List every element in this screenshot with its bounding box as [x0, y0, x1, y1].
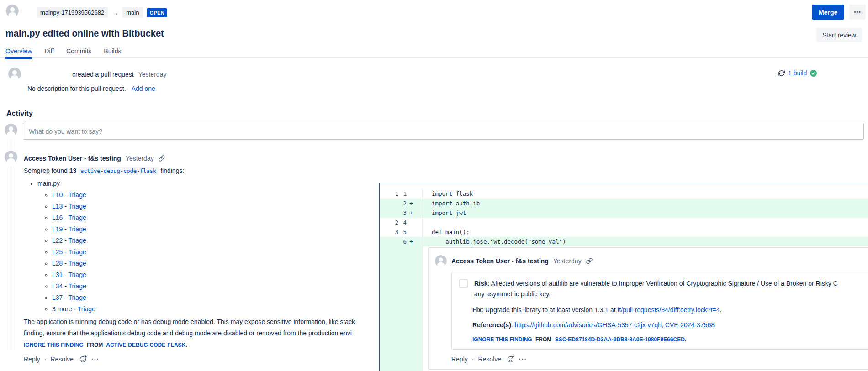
- comment-header: Access Token User - f&s testing Yesterda…: [24, 155, 165, 162]
- inline-comment-region: Access Token User - f&s testing Yesterda…: [380, 246, 868, 371]
- ignore-rule-link[interactable]: ACTIVE-DEBUG-CODE-FLASK: [106, 342, 185, 348]
- triage-link[interactable]: Triage: [69, 294, 86, 301]
- add-reaction-icon[interactable]: [507, 355, 514, 363]
- tab-diff[interactable]: Diff: [44, 47, 54, 59]
- resolve-button[interactable]: Resolve: [50, 355, 74, 363]
- risk-checkbox[interactable]: [459, 279, 468, 288]
- separator: -: [63, 191, 68, 199]
- ignore-id-link[interactable]: SSC-ED87184D-D3AA-9DB8-8A0E-1980F9E66CED: [555, 336, 685, 343]
- summary-suffix: findings:: [160, 167, 184, 174]
- references-label: Reference(s): [472, 321, 511, 329]
- triage-link[interactable]: Triage: [69, 191, 86, 199]
- permalink-icon[interactable]: [586, 258, 593, 264]
- event-action: created a pull request: [72, 71, 134, 78]
- no-description-text: No description for this pull request.: [27, 85, 126, 92]
- finding-item: L25 - Triage: [52, 249, 95, 255]
- add-description-link[interactable]: Add one: [132, 85, 155, 92]
- finding-line-ref[interactable]: L37: [52, 294, 63, 301]
- triage-link[interactable]: Triage: [69, 225, 86, 233]
- inline-comment-card: Access Token User - f&s testing Yesterda…: [428, 247, 868, 370]
- finding-item: L10 - Triage: [52, 192, 95, 198]
- comment-input[interactable]: [23, 123, 864, 140]
- start-review-button[interactable]: Start review: [816, 28, 862, 42]
- period: .: [720, 306, 722, 314]
- risk-text: Affected versions of authlib are vulnera…: [491, 280, 838, 287]
- risk-label: Risk: [474, 280, 488, 287]
- advisory-link[interactable]: https://github.com/advisories/GHSA-5357-…: [515, 321, 662, 329]
- separator: -: [63, 271, 68, 278]
- more-actions-button[interactable]: •••: [849, 5, 866, 20]
- finding-line-ref[interactable]: L34: [52, 282, 63, 290]
- comment-more-icon[interactable]: ⋯: [519, 357, 526, 361]
- composer-avatar: [5, 124, 17, 136]
- period: .: [685, 336, 686, 343]
- finding-item: L37 - Triage: [52, 294, 95, 301]
- separator: -: [63, 214, 68, 221]
- risk-line: Risk: Affected versions of authlib are v…: [474, 278, 868, 289]
- rule-chip: active-debug-code-flask: [78, 167, 159, 175]
- triage-link[interactable]: Triage: [69, 203, 86, 210]
- build-count-link[interactable]: 1 build: [788, 69, 807, 77]
- line-number-old: 3: [380, 229, 398, 235]
- inline-comment-time: Yesterday: [553, 257, 582, 265]
- add-reaction-icon[interactable]: [79, 355, 87, 363]
- finding-line-ref[interactable]: L10: [52, 191, 63, 199]
- dot-separator: ·: [44, 355, 47, 363]
- reply-button[interactable]: Reply: [451, 355, 468, 363]
- diff-marker: +: [407, 209, 416, 216]
- arrow-right-icon: →: [112, 9, 118, 16]
- separator: -: [72, 305, 78, 313]
- triage-link[interactable]: Triage: [69, 282, 86, 290]
- triage-link[interactable]: Triage: [69, 271, 86, 278]
- separator: -: [63, 294, 68, 301]
- tab-builds[interactable]: Builds: [104, 47, 121, 59]
- build-status: 1 build: [778, 69, 817, 77]
- triage-link[interactable]: Triage: [69, 260, 86, 267]
- triage-link[interactable]: Triage: [69, 214, 86, 221]
- triage-link[interactable]: Triage: [69, 248, 86, 256]
- permalink-icon[interactable]: [159, 155, 165, 162]
- separator: -: [63, 237, 68, 244]
- ignore-finding-link[interactable]: IGNORE THIS FINDING: [24, 342, 84, 348]
- inline-comment-avatar: [435, 255, 447, 267]
- resolve-button[interactable]: Resolve: [478, 355, 501, 363]
- description-line: finding, ensure that the application's d…: [24, 328, 380, 339]
- event-time: Yesterday: [138, 71, 167, 78]
- line-number-new: 4: [398, 219, 407, 226]
- finding-line-ref[interactable]: L16: [52, 214, 63, 221]
- triage-link[interactable]: Triage: [69, 237, 86, 244]
- no-description-row: No description for this pull request.Add…: [27, 85, 155, 92]
- line-number-old: 1: [380, 190, 398, 197]
- finding-line-ref[interactable]: L28: [52, 260, 63, 267]
- separator: -: [63, 282, 68, 290]
- finding-summary: Semgrep found 13 active-debug-code-flask…: [24, 167, 184, 174]
- merge-button[interactable]: Merge: [812, 5, 844, 20]
- fix-link[interactable]: ft/pull-requests/34/diff:oetry.lock?t=4: [618, 306, 720, 314]
- finding-line-ref[interactable]: L31: [52, 271, 63, 278]
- tab-overview[interactable]: Overview: [5, 47, 32, 59]
- risk-line: any asymmetric public key.: [474, 289, 868, 299]
- findings-list: main.py L10 - TriageL13 - TriageL16 - Tr…: [24, 180, 95, 317]
- comment-more-icon[interactable]: ⋯: [91, 357, 99, 361]
- finding-item: L22 - Triage: [52, 237, 95, 244]
- diff-gutter-added: [380, 246, 422, 371]
- pr-author-avatar: [6, 5, 19, 17]
- period: .: [185, 342, 187, 348]
- diff-row: 3+import jwt: [380, 208, 868, 218]
- diff-marker: +: [407, 238, 416, 245]
- finding-line-ref[interactable]: L22: [52, 237, 63, 244]
- cve-link[interactable]: CVE-2024-37568: [665, 321, 715, 329]
- diff-row: 2+import authlib: [380, 199, 868, 208]
- build-success-icon: [810, 70, 817, 77]
- comment-actions: Reply · Resolve ⋯: [24, 355, 99, 363]
- dot-separator: ·: [472, 355, 474, 363]
- diff-row: 6+ authlib.jose.jwt.decode("some-val"): [380, 237, 868, 246]
- ignore-finding-link[interactable]: IGNORE THIS FINDING: [472, 336, 532, 343]
- reply-button[interactable]: Reply: [24, 355, 40, 363]
- line-number-new: 1: [398, 190, 407, 197]
- finding-line-ref[interactable]: L25: [52, 248, 63, 256]
- finding-line-ref[interactable]: L19: [52, 225, 63, 233]
- triage-link[interactable]: Triage: [78, 305, 95, 313]
- finding-line-ref[interactable]: L13: [52, 203, 63, 210]
- tab-commits[interactable]: Commits: [66, 47, 91, 59]
